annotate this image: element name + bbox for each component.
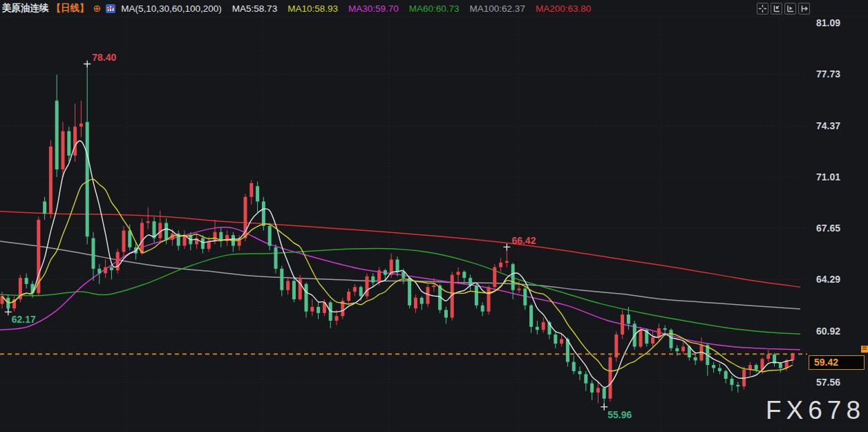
y-axis-label: 71.01 [816, 171, 840, 182]
candle-body [256, 186, 259, 201]
candle-body [487, 287, 491, 311]
candle-body [627, 314, 630, 323]
candle-body [444, 310, 448, 317]
candle-body [511, 264, 515, 290]
candle-body [718, 368, 721, 371]
candle-body [201, 238, 205, 249]
current-price-value: 59.42 [814, 357, 838, 368]
y-axis-label: 81.09 [816, 17, 840, 28]
candle-body [67, 131, 70, 156]
candle-body [681, 347, 685, 352]
candle-body [310, 307, 314, 312]
ma60-line [0, 248, 800, 334]
alert-icon[interactable] [861, 346, 868, 353]
ma30-value: MA30:59.70 [348, 3, 399, 14]
candles-group [1, 64, 795, 406]
axis-arrow-right-icon[interactable] [798, 3, 810, 15]
candle-body [408, 278, 411, 306]
candle-body [432, 285, 435, 287]
y-axis-label: 57.56 [816, 377, 840, 388]
add-compare-icon[interactable]: ⊕ [93, 3, 102, 13]
axis-play-icon[interactable] [784, 3, 796, 15]
candle-body [505, 261, 509, 263]
candle-body [554, 335, 557, 344]
candle-body [499, 263, 502, 267]
candle-body [694, 357, 697, 360]
extreme-label: 55.96 [607, 409, 632, 420]
candle-body [779, 364, 782, 368]
candle-body [590, 384, 594, 393]
candle-body [457, 272, 460, 274]
candle-body [268, 226, 272, 246]
candle-body [353, 287, 357, 292]
candle-body [122, 230, 126, 252]
candle-body [724, 371, 728, 379]
candle-body [305, 284, 308, 312]
candle-body [207, 241, 211, 249]
candle-body [25, 278, 28, 284]
candle-body [529, 306, 533, 327]
candle-body [639, 330, 643, 346]
candle-body [62, 131, 65, 169]
extreme-label: 66.42 [511, 235, 536, 246]
candle-body [299, 278, 302, 299]
y-axis-label: 67.65 [816, 223, 840, 234]
candle-body [73, 126, 77, 156]
axis-arrow-left-icon[interactable] [771, 3, 782, 15]
candle-body [518, 289, 521, 290]
ma10-value: MA10:58.93 [287, 3, 338, 14]
candle-body [572, 362, 576, 371]
candle-body [736, 385, 739, 386]
candle-body [183, 235, 187, 245]
candle-body [396, 260, 399, 272]
candle-body [292, 281, 296, 299]
candle-body [730, 379, 734, 385]
candle-body [147, 221, 150, 223]
candle-body [663, 328, 667, 330]
candle-body [262, 201, 265, 225]
candle-body [92, 238, 95, 269]
candle-body [274, 247, 278, 269]
candle-body [317, 307, 320, 313]
watermark: FX678 [766, 396, 865, 425]
candle-body [377, 270, 381, 283]
symbol-name: 美原油连续 [2, 2, 49, 15]
extreme-marker-78.40: 78.40 [84, 52, 116, 67]
candle-body [335, 316, 339, 321]
y-axis-label: 77.73 [816, 68, 840, 79]
candle-body [426, 287, 430, 303]
chart-style-icon[interactable] [106, 3, 116, 14]
y-axis-label: 74.37 [816, 120, 840, 131]
candle-body [359, 287, 363, 296]
candle-body [286, 281, 290, 290]
ma100-value: MA100:62.37 [470, 3, 525, 14]
candle-body [420, 298, 424, 304]
candle-body [225, 235, 229, 241]
candle-body [43, 201, 46, 214]
candle-body [755, 365, 758, 370]
extreme-marker-55.96: 55.96 [601, 404, 632, 420]
candle-body [104, 267, 107, 274]
candlestick-chart[interactable]: 78.4062.1766.4255.9681.0977.7374.3771.01… [0, 0, 868, 432]
current-price-tag: 59.42 [809, 355, 865, 370]
candle-body [86, 122, 89, 237]
candle-body [560, 339, 563, 344]
candle-body [79, 124, 83, 126]
candle-body [675, 348, 679, 351]
candle-body [97, 269, 101, 274]
candle-body [603, 388, 606, 398]
ma60-value: MA60:60.73 [409, 3, 460, 14]
y-axis-label: 60.92 [816, 326, 840, 337]
candle-body [712, 365, 715, 368]
candle-body [578, 371, 582, 374]
candle-body [536, 327, 539, 330]
candle-body [140, 223, 144, 253]
candle-body [621, 314, 624, 335]
period-label[interactable]: 【日线】 [52, 2, 89, 15]
pan-icon[interactable] [757, 3, 768, 15]
candle-body [55, 101, 59, 170]
chart-header: 美原油连续 【日线】 ⊕ MA(5,10,30,60,100,200) MA5:… [0, 0, 868, 17]
ma-settings-label[interactable]: MA(5,10,30,60,100,200) [121, 3, 222, 14]
candle-body [584, 374, 587, 383]
grid [0, 17, 868, 432]
